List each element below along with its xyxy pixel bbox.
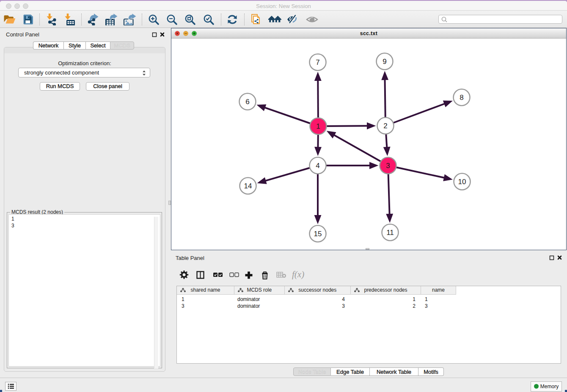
- svg-text:15: 15: [314, 230, 322, 238]
- svg-text:3: 3: [386, 162, 390, 170]
- svg-text:11: 11: [386, 229, 394, 237]
- svg-text:9: 9: [383, 58, 386, 66]
- svg-text:7: 7: [316, 58, 319, 66]
- svg-text:1: 1: [316, 122, 320, 130]
- svg-text:6: 6: [245, 98, 249, 106]
- svg-text:8: 8: [460, 94, 463, 102]
- svg-text:14: 14: [244, 182, 252, 190]
- svg-text:4: 4: [316, 162, 319, 170]
- svg-text:10: 10: [458, 178, 466, 186]
- svg-text:2: 2: [383, 122, 387, 130]
